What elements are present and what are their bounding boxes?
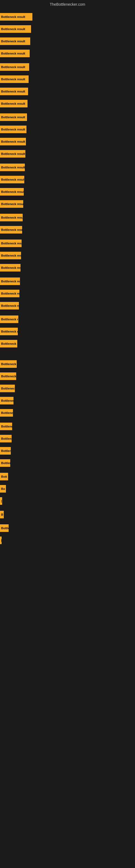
bar-item: Bottleneck result bbox=[0, 37, 30, 45]
bar-label: Bottleneck result bbox=[1, 342, 17, 345]
bar-label: Bottle bbox=[1, 527, 9, 530]
bar-item: Bottleneck result bbox=[0, 278, 20, 285]
chart-area: Bottleneck resultBottleneck resultBottle… bbox=[0, 8, 135, 865]
bar-item: Bottleneck result bbox=[0, 200, 23, 208]
bar-item: Bottleneck r bbox=[0, 459, 10, 467]
bar-item: Bottleneck result bbox=[0, 88, 28, 95]
bar-item: Bottleneck result bbox=[0, 13, 32, 21]
bar-label: Bottleneck res bbox=[1, 437, 12, 440]
bar-item: Bottle bbox=[0, 524, 9, 532]
bar-item: Bottleneck res bbox=[0, 435, 12, 442]
bar-item: Bottleneck result bbox=[0, 340, 17, 347]
bar-label: Bottleneck r bbox=[1, 411, 13, 414]
bar-label: Bottleneck result bbox=[1, 280, 20, 283]
bar-item: Bottleneck r bbox=[0, 409, 13, 416]
bar-label: Bottleneck result bbox=[1, 254, 21, 257]
bar-item: Bottleneck bbox=[0, 397, 13, 404]
bar-item: Bottleneck result bbox=[0, 25, 31, 33]
bar-label: Bott bbox=[1, 475, 7, 478]
bar-label: Bottleneck result bbox=[1, 362, 17, 366]
bar-item: Bottleneck result bbox=[0, 328, 18, 335]
bar-item: Bottleneck bbox=[0, 423, 12, 430]
bar-label: | bbox=[1, 499, 2, 503]
bar-label: Bottleneck result bbox=[1, 128, 25, 131]
bar-label: Bottleneck result bbox=[1, 166, 25, 169]
bar-item: Bottleneck result bbox=[0, 264, 20, 272]
bar-item: Bottleneck result bbox=[0, 138, 26, 145]
bar-item: B bbox=[0, 511, 4, 518]
bar-label: Bottleneck result bbox=[1, 304, 19, 307]
bar-label: Bottleneck result bbox=[1, 140, 25, 143]
bar-label: Bottleneck result bbox=[1, 203, 23, 206]
bar-item: Bottleneck result bbox=[0, 63, 29, 71]
bar-label: Bo bbox=[1, 487, 5, 490]
bar-label: Bottleneck result bbox=[1, 65, 25, 69]
bar-label: Bottleneck result bbox=[1, 40, 25, 43]
bar-item: Bottleneck result bbox=[0, 290, 19, 297]
bar-item: Bottleneck result bbox=[0, 315, 18, 323]
bar-item: Bott bbox=[0, 473, 8, 480]
site-title: TheBottlenecker.com bbox=[0, 0, 135, 8]
bar-label: Bottleneck result bbox=[1, 292, 19, 295]
bar-item: Bottleneck result bbox=[0, 113, 27, 121]
bar-item: Bottleneck result bbox=[0, 50, 30, 57]
bar-item: Bottleneck result bbox=[0, 214, 23, 221]
bar-label: Bottleneck result bbox=[1, 15, 25, 19]
bar-item: Bottleneck r bbox=[0, 384, 15, 392]
bar-item: Bottleneck result bbox=[0, 163, 25, 171]
bar-label: B bbox=[1, 513, 3, 516]
bar-item: | bbox=[0, 497, 2, 505]
bar-item: Bottleneck result bbox=[0, 240, 21, 247]
bar-item: Bottleneck result bbox=[0, 302, 19, 310]
bar-item: Bottleneck result bbox=[0, 372, 16, 380]
bar-label: Bottleneck result bbox=[1, 318, 18, 321]
bar-item: Bottleneck result bbox=[0, 188, 24, 195]
bar-label: Bottleneck bbox=[1, 399, 13, 402]
bar-label: Bottlenec bbox=[1, 449, 11, 453]
bar-label: Bottleneck result bbox=[1, 330, 18, 333]
bar-item: Bottleneck result bbox=[0, 75, 29, 83]
bar-item: Bottleneck result bbox=[0, 126, 27, 133]
bar-label: Bottleneck r bbox=[1, 461, 10, 465]
bar-label: Bottleneck result bbox=[1, 178, 24, 181]
bar-label: Bottleneck result bbox=[1, 375, 16, 378]
bar-item: Bottleneck result bbox=[0, 176, 24, 183]
bar-label: Bottleneck result bbox=[1, 116, 25, 119]
bar-item: Bottleneck result bbox=[0, 252, 21, 259]
bar-label: Bottleneck bbox=[1, 425, 12, 428]
bar-label: Bottleneck result bbox=[1, 152, 25, 155]
bar-label: Bottleneck result bbox=[1, 216, 23, 219]
bar-item: Bo bbox=[0, 485, 6, 493]
bar-item: Bottlenec bbox=[0, 447, 11, 455]
bar-label: Bottleneck r bbox=[1, 387, 15, 390]
bar-item: Bottleneck result bbox=[0, 100, 28, 107]
bar-label: Bottleneck result bbox=[1, 78, 25, 81]
bar-item: Bottleneck result bbox=[0, 226, 22, 234]
bar-item: | bbox=[0, 536, 2, 544]
bar-label: Bottleneck result bbox=[1, 228, 22, 231]
bar-label: Bottleneck result bbox=[1, 266, 20, 269]
bar-label: Bottleneck result bbox=[1, 27, 25, 31]
bar-label: Bottleneck result bbox=[1, 90, 25, 93]
bar-label: Bottleneck result bbox=[1, 190, 24, 193]
bar-label: Bottleneck result bbox=[1, 52, 25, 55]
bar-label: Bottleneck result bbox=[1, 242, 21, 245]
bar-item: Bottleneck result bbox=[0, 150, 26, 158]
bar-label: | bbox=[1, 539, 2, 542]
bar-item: Bottleneck result bbox=[0, 360, 17, 368]
bar-label: Bottleneck result bbox=[1, 102, 25, 105]
